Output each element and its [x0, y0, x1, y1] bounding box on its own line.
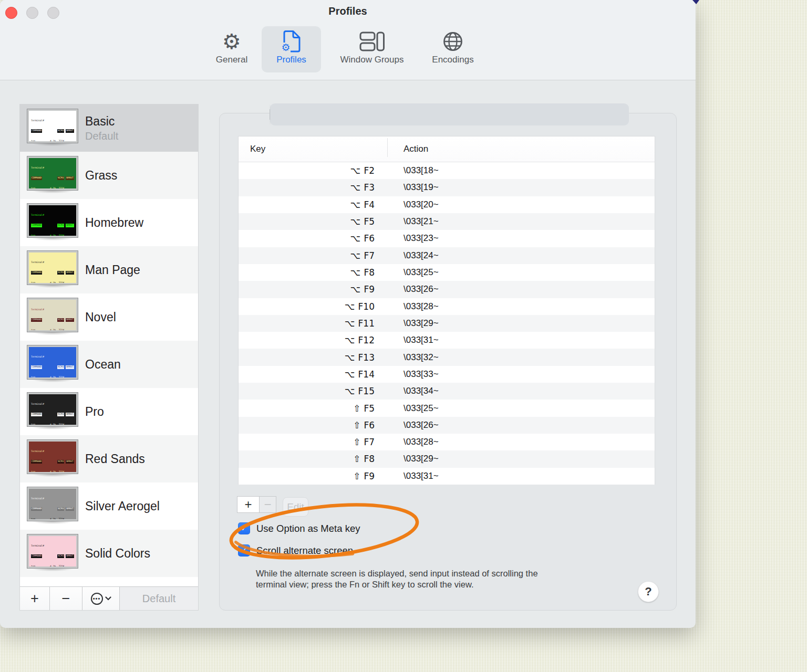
modifier-key-icon: ⌥ — [345, 386, 355, 396]
action-cell: \033[31~ — [388, 471, 655, 481]
add-profile-button[interactable]: + — [20, 587, 50, 610]
key-cell: ⇧F7 — [239, 437, 388, 447]
sidebar-footer: + − ••• Default — [20, 586, 198, 610]
add-binding-button[interactable]: + — [237, 496, 260, 513]
profile-name: Silver Aerogel — [85, 498, 160, 514]
modifier-key-icon: ⌥ — [350, 284, 361, 295]
preferences-toolbar: ⚙ General ⚙ Profiles — [208, 26, 483, 72]
help-button[interactable]: ? — [638, 581, 659, 602]
profile-thumbnail: Terminal# COMMAND %CPU RPRVT top 4.1% 23… — [27, 204, 78, 242]
key-binding-row[interactable]: ⇧F8 \033[29~ — [239, 450, 655, 467]
toolbar-item-encodings[interactable]: Encodings — [423, 26, 483, 72]
circle-ellipsis-icon: ••• — [91, 593, 103, 605]
key-cell: ⌥F7 — [239, 250, 388, 261]
key-binding-row[interactable]: ⌥F9 \033[26~ — [239, 281, 655, 298]
key-binding-row[interactable]: ⌥F10 \033[28~ — [239, 298, 655, 315]
action-cell: \033[21~ — [388, 216, 655, 227]
key-binding-row[interactable]: ⌥F4 \033[20~ — [239, 196, 655, 213]
use-option-as-meta-checkbox[interactable]: ✓ — [238, 522, 250, 534]
key-cell: ⌥F4 — [239, 200, 388, 210]
profile-list-item[interactable]: Terminal# COMMAND %CPU RPRVT top 4.1% 23… — [20, 246, 198, 293]
profile-name: Solid Colors — [85, 545, 150, 561]
key-binding-row[interactable]: ⌥F12 \033[31~ — [239, 332, 655, 349]
toolbar-item-profiles[interactable]: ⚙ Profiles — [262, 26, 321, 72]
key-binding-row[interactable]: ⌥F7 \033[24~ — [239, 247, 655, 264]
key-binding-row[interactable]: ⌥F5 \033[21~ — [239, 213, 655, 230]
preferences-window: Profiles ⚙ General ⚙ Profiles — [0, 0, 696, 628]
profile-list-item[interactable]: Terminal# COMMAND %CPU RPRVT top 4.1% 23… — [20, 152, 198, 199]
key-cell: ⌥F5 — [239, 216, 388, 227]
profile-document-icon: ⚙ — [282, 29, 301, 54]
action-cell: \033[23~ — [388, 233, 655, 244]
modifier-key-icon: ⌥ — [345, 369, 355, 380]
key-binding-row[interactable]: ⌥F8 \033[25~ — [239, 264, 655, 281]
profile-list-item[interactable]: Terminal# COMMAND %CPU RPRVT top 4.1% 23… — [20, 530, 198, 577]
toolbar-item-general[interactable]: ⚙ General — [208, 26, 255, 72]
modifier-key-icon: ⌥ — [345, 318, 355, 329]
modifier-key-icon: ⌥ — [345, 301, 355, 312]
key-binding-row[interactable]: ⌥F13 \033[32~ — [239, 349, 655, 365]
profile-tabs — [270, 103, 629, 125]
action-cell: \033[25~ — [388, 403, 655, 414]
column-header-action[interactable]: Action — [388, 144, 655, 154]
modifier-key-icon: ⌥ — [345, 335, 355, 345]
remove-binding-button[interactable]: − — [259, 496, 276, 513]
profile-thumbnail: Terminal# COMMAND %CPU RPRVT top 4.1% 23… — [27, 487, 78, 525]
profile-list-item[interactable]: Terminal# COMMAND %CPU RPRVT top 4.1% 23… — [20, 199, 198, 246]
alternate-screen-note: While the alternate screen is displayed,… — [256, 568, 624, 590]
edit-binding-button[interactable]: Edit — [283, 497, 308, 517]
profile-name: Homebrew — [85, 215, 143, 230]
toolbar-item-window-groups[interactable]: Window Groups — [327, 26, 417, 72]
profile-list-item[interactable]: Terminal# COMMAND %CPU RPRVT top 4.1% 23… — [20, 104, 198, 152]
remove-profile-button[interactable]: − — [50, 587, 82, 610]
modifier-key-icon: ⌥ — [345, 352, 355, 363]
key-binding-row[interactable]: ⌥F11 \033[29~ — [239, 315, 655, 332]
key-binding-row[interactable]: ⇧F5 \033[25~ — [239, 400, 655, 416]
key-cell: ⌥F11 — [239, 318, 388, 329]
key-binding-row[interactable]: ⌥F6 \033[23~ — [239, 230, 655, 247]
profile-name: Man Page — [85, 262, 140, 278]
key-cell: ⌥F14 — [239, 369, 388, 380]
column-header-key[interactable]: Key — [239, 144, 388, 154]
use-option-as-meta-row: ✓ Use Option as Meta key — [238, 522, 360, 534]
profile-thumbnail: Terminal# COMMAND %CPU RPRVT top 4.1% 23… — [27, 156, 78, 194]
window-groups-icon — [359, 29, 385, 54]
action-cell: \033[19~ — [388, 182, 655, 193]
key-bindings-table: Key Action ⌥F2 \033[18~ ⌥F3 \033[19~ ⌥F4… — [238, 136, 655, 485]
profile-list-item[interactable]: Terminal# COMMAND %CPU RPRVT top 4.1% 23… — [20, 341, 198, 388]
chevron-down-icon — [105, 596, 111, 601]
scroll-alternate-screen-row: ✓ Scroll alternate screen — [238, 544, 353, 556]
key-binding-row[interactable]: ⇧F6 \033[26~ — [239, 417, 655, 434]
scroll-alternate-screen-checkbox[interactable]: ✓ — [238, 544, 250, 556]
profile-list-item[interactable]: Terminal# COMMAND %CPU RPRVT top 4.1% 23… — [20, 435, 198, 482]
set-default-button[interactable]: Default — [120, 587, 198, 610]
action-cell: \033[25~ — [388, 267, 655, 278]
globe-icon — [442, 29, 463, 54]
key-cell: ⌥F13 — [239, 352, 388, 363]
action-cell: \033[28~ — [388, 301, 655, 312]
profile-list-item[interactable]: Terminal# COMMAND %CPU RPRVT top 4.1% 23… — [20, 388, 198, 435]
checkmark-icon: ✓ — [241, 547, 247, 554]
keyboard-panel: Key Action ⌥F2 \033[18~ ⌥F3 \033[19~ ⌥F4… — [219, 113, 677, 611]
key-cell: ⌥F15 — [239, 386, 388, 396]
profile-list-item[interactable]: Terminal# COMMAND %CPU RPRVT top 4.1% 23… — [20, 293, 198, 341]
key-binding-row[interactable]: ⌥F3 \033[19~ — [239, 179, 655, 196]
key-binding-row[interactable]: ⇧F9 \033[31~ — [239, 468, 655, 485]
profile-list-item[interactable]: Terminal# COMMAND %CPU RPRVT top 4.1% 23… — [20, 482, 198, 530]
key-cell: ⌥F12 — [239, 335, 388, 345]
key-binding-row[interactable]: ⌥F2 \033[18~ — [239, 162, 655, 179]
key-binding-row[interactable]: ⌥F14 \033[33~ — [239, 366, 655, 383]
profile-thumbnail: Terminal# COMMAND %CPU RPRVT top 4.1% 23… — [27, 345, 78, 383]
modifier-key-icon: ⇧ — [353, 420, 360, 430]
action-cell: \033[34~ — [388, 386, 655, 396]
key-cell: ⌥F3 — [239, 182, 388, 193]
profile-actions-menu-button[interactable]: ••• — [82, 587, 120, 610]
key-binding-row[interactable]: ⇧F7 \033[28~ — [239, 434, 655, 450]
action-cell: \033[29~ — [388, 454, 655, 464]
modifier-key-icon: ⌥ — [350, 216, 361, 227]
titlebar: Profiles ⚙ General ⚙ Profiles — [0, 0, 696, 80]
profile-subtitle: Default — [85, 129, 118, 143]
key-cell: ⌥F6 — [239, 233, 388, 244]
key-binding-row[interactable]: ⌥F15 \033[34~ — [239, 383, 655, 400]
table-header: Key Action — [239, 136, 655, 162]
